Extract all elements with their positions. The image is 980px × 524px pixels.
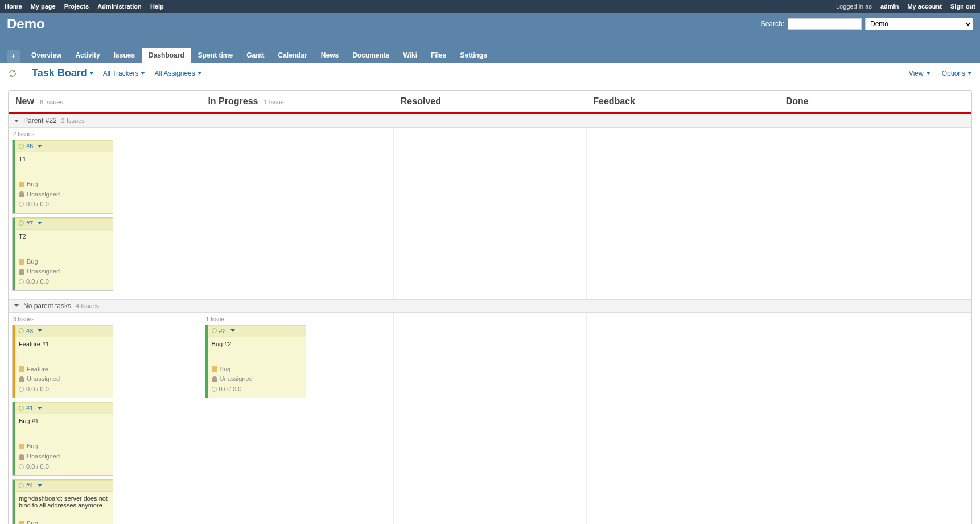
tab-activity[interactable]: Activity [68,48,106,63]
issue-id-link[interactable]: #3 [26,328,33,334]
time-icon [19,464,24,469]
card-menu-icon[interactable] [38,407,42,410]
topnav-help[interactable]: Help [150,3,164,10]
card-menu-icon[interactable] [38,329,42,332]
column-header: Done [779,91,971,112]
view-dropdown[interactable]: View [909,69,930,77]
time-icon [19,279,24,284]
issue-card[interactable]: #4 mgr/dashboard: server does not bind t… [12,479,113,524]
hours-label: 0.0 / 0.0 [26,199,49,210]
hours-label: 0.0 / 0.0 [26,462,49,472]
assignee-label: Unassigned [27,267,60,277]
issue-card[interactable]: #2 Bug #2 Bug Unassigned 0.0 / 0.0 [205,325,306,399]
status-icon [19,328,24,333]
issue-card[interactable]: #1 Bug #1 Bug Unassigned 0.0 / 0.0 [12,402,113,476]
time-icon [212,387,217,392]
tab-calendar[interactable]: Calendar [271,48,314,63]
column-cell[interactable] [201,128,394,299]
issue-id-link[interactable]: #4 [26,482,33,489]
column-count: 1 Issue [205,315,390,325]
tab-news[interactable]: News [314,48,345,63]
topnav-signout[interactable]: Sign out [950,3,975,10]
column-cell[interactable] [779,128,971,299]
issue-id-link[interactable]: #2 [219,328,226,334]
assignees-filter[interactable]: All Assignees [154,69,201,77]
column-cell[interactable] [587,313,780,524]
issue-subject: Bug #2 [208,337,306,362]
issue-subject: Bug #1 [15,414,113,439]
column-cell[interactable]: 2 Issues #6 T1 Bug Unassigned 0.0 / 0.0 [9,128,201,299]
issue-card[interactable]: #3 Feature #1 Feature Unassigned 0.0 / 0… [12,325,113,399]
topnav-myaccount[interactable]: My account [907,3,942,10]
hours-label: 0.0 / 0.0 [219,384,242,395]
tracker-icon [19,182,24,187]
assignee-label: Unassigned [27,374,60,384]
status-icon [19,144,24,149]
new-item-button[interactable]: + [7,50,20,63]
tracker-label: Feature [27,365,48,375]
column-cell[interactable]: 1 Issue #2 Bug #2 Bug Unassigned 0.0 / 0… [201,313,394,524]
topnav-mypage[interactable]: My page [31,3,56,10]
issue-subject: T2 [15,230,113,255]
board-title-dropdown[interactable]: Task Board [32,67,94,79]
group-header[interactable]: Parent #222 Issues [9,114,971,128]
tab-documents[interactable]: Documents [345,48,396,63]
column-header: New6 Issues [9,91,201,112]
status-icon [19,220,24,226]
status-icon [19,406,24,411]
current-user-link[interactable]: admin [880,3,899,10]
search-input[interactable] [788,18,862,30]
issue-id-link[interactable]: #1 [26,404,33,411]
status-icon [19,483,24,488]
issue-subject: mgr/dashboard: server does not bind to a… [15,492,113,517]
logged-in-label: Logged in as [836,3,874,10]
column-count: 2 Issues [12,130,197,140]
column-count: 3 Issues [12,315,197,325]
assignee-label: Unassigned [27,190,60,200]
tab-files[interactable]: Files [424,48,453,63]
tab-dashboard[interactable]: Dashboard [142,48,191,63]
card-menu-icon[interactable] [38,222,42,224]
issue-card[interactable]: #7 T2 Bug Unassigned 0.0 / 0.0 [12,217,113,291]
card-menu-icon[interactable] [230,329,235,332]
trackers-filter[interactable]: All Trackers [103,69,146,77]
tab-gantt[interactable]: Gantt [240,48,271,63]
tab-wiki[interactable]: Wiki [397,48,425,63]
tracker-icon [212,366,217,372]
time-icon [19,387,24,392]
issue-card[interactable]: #6 T1 Bug Unassigned 0.0 / 0.0 [12,140,113,214]
column-cell[interactable] [394,313,587,524]
tracker-icon [19,259,24,265]
issue-id-link[interactable]: #6 [26,142,33,149]
tab-issues[interactable]: Issues [107,48,142,63]
column-cell[interactable] [394,128,587,299]
assignee-label: Unassigned [27,452,60,462]
options-dropdown[interactable]: Options [942,69,972,77]
column-header: Resolved [394,91,586,112]
user-icon [19,454,24,460]
search-label: Search: [761,20,784,28]
tab-settings[interactable]: Settings [453,48,493,63]
column-cell[interactable]: 3 Issues #3 Feature #1 Feature Unassigne… [9,313,201,524]
column-cell[interactable] [587,128,780,299]
tab-overview[interactable]: Overview [24,48,68,63]
collapse-icon [14,120,19,122]
tracker-icon [19,444,24,449]
refresh-icon[interactable] [8,69,17,78]
issue-subject: T1 [15,152,113,177]
card-menu-icon[interactable] [38,484,42,487]
topnav-admin[interactable]: Administration [97,3,142,10]
tracker-icon [19,521,24,524]
project-title: Demo [7,16,45,32]
topnav-projects[interactable]: Projects [64,3,89,10]
issue-id-link[interactable]: #7 [26,220,33,227]
tracker-label: Bug [27,179,38,190]
tab-spenttime[interactable]: Spent time [191,48,240,63]
topnav-home[interactable]: Home [5,3,22,10]
card-menu-icon[interactable] [38,145,42,148]
column-cell[interactable] [779,313,971,524]
project-select[interactable]: Demo [865,18,973,30]
group-header[interactable]: No parent tasks4 Issues [9,299,971,313]
column-header: In Progress1 Issue [201,91,393,112]
user-icon [19,191,24,197]
